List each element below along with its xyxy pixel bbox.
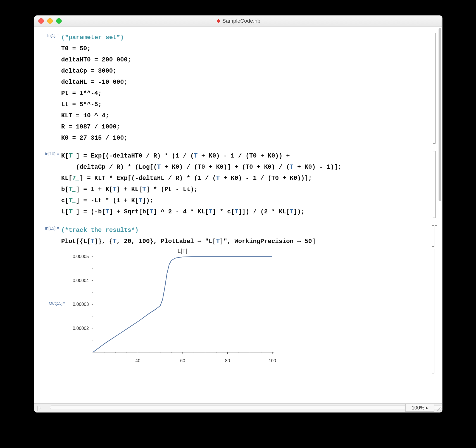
close-icon[interactable]: [38, 18, 44, 24]
vertical-scrollbar[interactable]: [439, 28, 441, 402]
scrollbar-thumb[interactable]: [439, 28, 441, 201]
titlebar[interactable]: ✱ SampleCode.nb: [34, 16, 442, 27]
horizontal-scrollbar[interactable]: [50, 405, 442, 409]
code-line[interactable]: deltaHL = -10 000;: [61, 77, 428, 88]
cell-bracket[interactable]: [433, 33, 435, 144]
plot-output: Out[15]= L[T] 0.000020.000030.000040.000…: [71, 248, 283, 365]
resize-grip-icon[interactable]: [437, 407, 441, 411]
code-line[interactable]: KLT = 10 ^ 4;: [61, 110, 428, 121]
code-line[interactable]: deltaHT0 = 200 000;: [61, 54, 428, 66]
code-line[interactable]: KL[T_] = KLT * Exp[(-deltaHL / R) * (1 /…: [61, 173, 428, 184]
minimize-icon[interactable]: [47, 18, 53, 24]
zoom-value: 100%: [411, 405, 424, 411]
code-line[interactable]: c[T_] = -Lt * (1 + K[T]);: [61, 195, 428, 206]
code-line[interactable]: K0 = 27 315 / 100;: [61, 133, 428, 144]
input-prompt: In[1]:=: [34, 33, 59, 38]
code-line[interactable]: b[T_] = 1 + K[T] + KL[T] * (Pt - Lt);: [61, 184, 428, 195]
code-line[interactable]: T0 = 50;: [61, 43, 428, 54]
mathematica-icon: ✱: [216, 19, 221, 23]
code-line[interactable]: Plot[{L[T]}, {T, 20, 100}, PlotLabel → "…: [61, 236, 428, 247]
window-title-text: SampleCode.nb: [222, 18, 260, 24]
code-line[interactable]: (deltaCp / R) * (Log[(T + K0) / (T0 + K0…: [61, 162, 428, 173]
insert-plus-icon[interactable]: +: [39, 405, 42, 411]
code-line[interactable]: (*parameter set*): [61, 32, 428, 43]
plot-title: L[T]: [90, 248, 275, 254]
plot-canvas: [90, 254, 275, 358]
code-line[interactable]: deltaCp = 3000;: [61, 66, 428, 77]
insert-divider-icon[interactable]: |: [37, 405, 38, 411]
notebook-body[interactable]: In[1]:= (*parameter set*)T0 = 50;deltaHT…: [34, 27, 437, 403]
code-line[interactable]: L[T_] = (-b[T] + Sqrt[b[T] ^ 2 - 4 * KL[…: [61, 206, 428, 218]
statusbar: | + 100% ▸: [34, 403, 442, 412]
code-line[interactable]: Lt = 5*^-5;: [61, 99, 428, 110]
status-left-controls[interactable]: | +: [34, 405, 42, 411]
window-title: ✱ SampleCode.nb: [34, 18, 442, 24]
input-cell-1[interactable]: In[1]:= (*parameter set*)T0 = 50;deltaHT…: [34, 32, 437, 144]
input-cell-2[interactable]: In[10]:= K[T_] = Exp[(-deltaHT0 / R) * (…: [34, 151, 437, 219]
input-prompt: In[15]:=: [34, 226, 59, 230]
input-prompt: In[10]:=: [34, 151, 59, 156]
code-line[interactable]: K[T_] = Exp[(-deltaHT0 / R) * (1 / (T + …: [61, 151, 428, 162]
input-subcell-bracket[interactable]: [432, 225, 434, 247]
window-controls: [34, 18, 62, 24]
cell-bracket[interactable]: [433, 151, 435, 218]
output-prompt: Out[15]=: [37, 301, 65, 306]
code-comment: (*track the results*): [61, 227, 139, 234]
code-line[interactable]: R = 1987 / 1000;: [61, 121, 428, 133]
cell-group-bracket[interactable]: [435, 225, 437, 374]
io-cell-3[interactable]: In[15]:= (*track the results*) Plot[{L[T…: [34, 225, 437, 376]
code-line[interactable]: Pt = 1*^-4;: [61, 88, 428, 99]
output-subcell-bracket[interactable]: [432, 249, 434, 373]
chevron-right-icon: ▸: [426, 405, 428, 411]
zoom-indicator[interactable]: 100% ▸: [405, 404, 434, 412]
app-window: ✱ SampleCode.nb In[1]:= (*parameter set*…: [34, 15, 442, 413]
zoom-icon[interactable]: [56, 18, 62, 24]
